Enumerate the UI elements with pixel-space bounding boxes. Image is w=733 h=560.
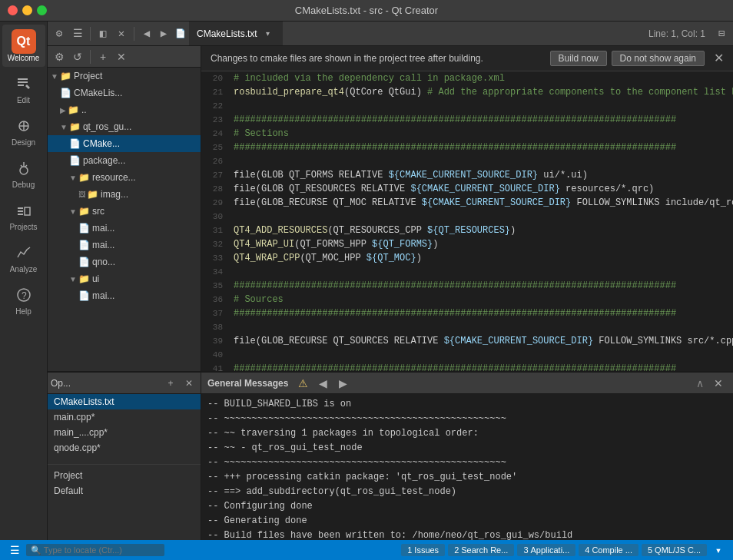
tree-sync-btn[interactable]: ↺ <box>69 48 86 65</box>
cmake-tab-label: CMakeLists.txt <box>197 28 257 39</box>
status-qml-num: 5 <box>648 545 652 555</box>
gm-close-btn[interactable]: ✕ <box>710 375 727 392</box>
svg-line-10 <box>25 165 27 167</box>
bottom-left-toolbar: Op... + ✕ <box>48 373 201 394</box>
code-line-37: 37 #####################################… <box>201 307 733 320</box>
tree-dotdot[interactable]: ▶ 📁 .. <box>48 101 201 118</box>
minimize-button[interactable] <box>22 5 32 15</box>
bottom-left-close-btn[interactable]: ✕ <box>181 375 197 392</box>
code-line-35: 35 #####################################… <box>201 279 733 293</box>
bottom-left-title: Op... <box>51 378 161 389</box>
bottom-file-qnode-label: qnode.cpp* <box>54 442 101 453</box>
cmake-tab[interactable]: CMakeLists.txt ▾ <box>189 22 283 45</box>
status-compile-label: Compile ... <box>592 545 632 555</box>
tree-ui-folder[interactable]: ▼ 📁 ui <box>48 270 201 287</box>
tree-resource-label: resource... <box>92 172 136 183</box>
bottom-panel: Op... + ✕ CMakeLists.txt main.cpp* main_… <box>48 371 733 540</box>
bottom-file-qnode[interactable]: qnode.cpp* <box>48 440 201 456</box>
svg-rect-14 <box>25 207 30 215</box>
bottom-file-cmake[interactable]: CMakeLists.txt <box>48 394 201 409</box>
close-editor-button[interactable]: ✕ <box>113 25 130 42</box>
tree-cmake-file[interactable]: 📄 CMake... <box>48 135 201 152</box>
qt-logo-icon: Qt <box>12 29 36 54</box>
sidebar-item-debug[interactable]: Debug <box>2 153 45 194</box>
svg-rect-12 <box>18 210 23 212</box>
code-line-41: 41 #####################################… <box>201 362 733 371</box>
gm-next-btn[interactable]: ▶ <box>334 375 351 392</box>
title-bar: CMakeLists.txt - src - Qt Creator <box>0 0 733 22</box>
bottom-group-default[interactable]: Default <box>48 483 201 499</box>
tree-add-btn[interactable]: + <box>95 48 111 65</box>
sidebar-item-projects[interactable]: Projects <box>2 195 45 236</box>
prev-tab-button[interactable]: ◀ <box>138 25 155 42</box>
do-not-show-button[interactable]: Do not show again <box>612 51 705 66</box>
sidebar-label-projects: Projects <box>9 223 37 231</box>
status-issues-num: 1 <box>407 545 412 555</box>
bottom-file-main[interactable]: main.cpp* <box>48 409 201 425</box>
sidebar-item-analyze[interactable]: Analyze <box>2 237 45 278</box>
bottom-group-project-label: Project <box>54 470 82 481</box>
tree-project[interactable]: ▼ 📁 Project <box>48 68 201 84</box>
info-bar-close-icon[interactable]: ✕ <box>714 51 724 66</box>
tree-src-folder[interactable]: ▼ 📁 src <box>48 203 201 220</box>
gm-expand-btn[interactable]: ∧ <box>696 377 704 389</box>
sidebar-item-design[interactable]: Design <box>2 111 45 151</box>
next-tab-button[interactable]: ▶ <box>155 25 172 42</box>
filter-button[interactable]: ⚙ <box>51 25 68 42</box>
bottom-left-add-btn[interactable]: + <box>162 375 179 392</box>
tree-cmakelists-root[interactable]: 📄 CMakeLis... <box>48 84 201 101</box>
status-sidebar-toggle[interactable]: ☰ <box>6 542 23 558</box>
tree-main-cpp[interactable]: 📄 mai... <box>48 220 201 237</box>
maximize-button[interactable] <box>37 5 47 15</box>
status-qml[interactable]: 5 QML/JS C... <box>642 544 707 556</box>
sidebar-item-welcome[interactable]: Qt Welcome <box>2 25 45 67</box>
status-app-label: Applicati... <box>531 545 570 555</box>
bottom-file-main-label: main.cpp* <box>54 412 95 422</box>
status-issues[interactable]: 1 Issues <box>401 544 445 556</box>
status-compile[interactable]: 4 Compile ... <box>579 544 638 556</box>
tree-ui-main[interactable]: 📄 mai... <box>48 287 201 304</box>
bottom-file-main2[interactable]: main_....cpp* <box>48 425 201 440</box>
code-line-26: 26 <box>201 154 733 168</box>
code-editor[interactable]: 20 # included via the dependency call in… <box>201 71 733 371</box>
tree-qnode-cpp[interactable]: 📄 qno... <box>48 253 201 270</box>
gm-warning-icon: ⚠ <box>294 375 311 392</box>
code-line-20: 20 # included via the dependency call in… <box>201 71 733 85</box>
tab-dropdown-icon[interactable]: ▾ <box>262 28 274 40</box>
split-left-button[interactable]: ◧ <box>95 25 111 42</box>
sidebar-label-analyze: Analyze <box>10 265 38 273</box>
main-toolbar: ⚙ ☰ ◧ ✕ ◀ ▶ 📄 CMakeLists.txt ▾ Line: 1, … <box>48 22 733 46</box>
tree-filter-btn[interactable]: ⚙ <box>51 48 68 65</box>
gm-prev-btn[interactable]: ◀ <box>314 375 331 392</box>
status-more-btn[interactable]: ▾ <box>710 542 727 558</box>
sidebar-item-edit[interactable]: Edit <box>2 68 45 109</box>
general-messages-toolbar: General Messages ⚠ ◀ ▶ ∧ ✕ <box>201 373 733 394</box>
code-line-23: 23 #####################################… <box>201 113 733 127</box>
gm-title: General Messages <box>207 378 288 389</box>
status-search[interactable]: 2 Search Re... <box>448 544 514 556</box>
split-right-button[interactable]: ⊟ <box>713 25 730 42</box>
tree-main2-cpp[interactable]: 📄 mai... <box>48 237 201 253</box>
editor-area: Changes to cmake files are shown in the … <box>201 46 733 371</box>
bottom-file-main2-label: main_....cpp* <box>54 427 108 438</box>
build-now-button[interactable]: Build now <box>550 51 607 66</box>
tree-ui-label: ui <box>92 273 99 284</box>
close-button[interactable] <box>8 5 18 15</box>
tree-resource-folder[interactable]: ▼ 📁 resource... <box>48 169 201 186</box>
status-search-label: Search Re... <box>461 545 508 555</box>
sidebar-item-help[interactable]: ? Help <box>2 280 45 320</box>
tree-qt-ros-folder[interactable]: ▼ 📁 qt_ros_gu... <box>48 118 201 135</box>
gm-line-1: -- BUILD_SHARED_LIBS is on <box>207 397 727 412</box>
bottom-group-project[interactable]: Project <box>48 468 201 483</box>
svg-rect-0 <box>18 78 28 80</box>
tree-close-btn[interactable]: ✕ <box>113 48 130 65</box>
tree-images-folder[interactable]: 🖼 📁 imag... <box>48 186 201 203</box>
bookmark-button[interactable]: ☰ <box>69 25 86 42</box>
locate-input[interactable] <box>26 544 164 556</box>
tree-package[interactable]: 📄 package... <box>48 152 201 169</box>
code-line-40: 40 <box>201 348 733 362</box>
code-line-31: 31 QT4_ADD_RESOURCES(QT_RESOURCES_CPP ${… <box>201 224 733 237</box>
status-app[interactable]: 3 Applicati... <box>517 544 575 556</box>
code-line-27: 27 file(GLOB QT_FORMS RELATIVE ${CMAKE_C… <box>201 168 733 182</box>
bottom-group-default-label: Default <box>54 485 83 496</box>
